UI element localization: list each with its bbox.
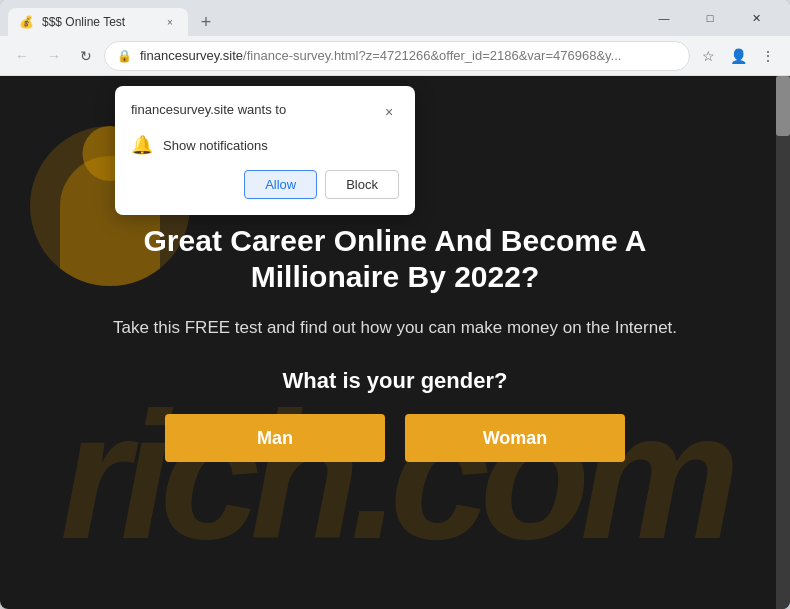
title-bar: 💰 $$$ Online Test × + — □ ✕ xyxy=(0,0,790,36)
gender-buttons: Man Woman xyxy=(75,414,715,462)
popup-header: financesurvey.site wants to × xyxy=(131,102,399,122)
man-button[interactable]: Man xyxy=(165,414,385,462)
page-content: rich.com Great Career Online And Become … xyxy=(0,76,790,609)
minimize-button[interactable]: — xyxy=(642,3,686,33)
address-path: /finance-survey.html?z=4721266&offer_id=… xyxy=(243,48,621,63)
browser-tab[interactable]: 💰 $$$ Online Test × xyxy=(8,8,188,36)
gender-question: What is your gender? xyxy=(75,368,715,394)
address-text: financesurvey.site/finance-survey.html?z… xyxy=(140,48,677,63)
lock-icon: 🔒 xyxy=(117,49,132,63)
bookmark-button[interactable]: ☆ xyxy=(694,42,722,70)
tab-strip: 💰 $$$ Online Test × + xyxy=(8,0,642,36)
main-content: Great Career Online And Become A Million… xyxy=(15,203,775,483)
tab-title: $$$ Online Test xyxy=(42,15,154,29)
tab-close-button[interactable]: × xyxy=(162,14,178,30)
notification-label: Show notifications xyxy=(163,138,268,153)
block-button[interactable]: Block xyxy=(325,170,399,199)
maximize-button[interactable]: □ xyxy=(688,3,732,33)
new-tab-button[interactable]: + xyxy=(192,8,220,36)
back-button[interactable]: ← xyxy=(8,42,36,70)
sub-text: Take this FREE test and find out how you… xyxy=(75,315,715,341)
popup-close-button[interactable]: × xyxy=(379,102,399,122)
address-domain: financesurvey.site xyxy=(140,48,243,63)
forward-button[interactable]: → xyxy=(40,42,68,70)
allow-button[interactable]: Allow xyxy=(244,170,317,199)
tab-favicon: 💰 xyxy=(18,14,34,30)
window-controls: — □ ✕ xyxy=(642,3,782,33)
menu-button[interactable]: ⋮ xyxy=(754,42,782,70)
address-bar[interactable]: 🔒 financesurvey.site/finance-survey.html… xyxy=(104,41,690,71)
nav-bar: ← → ↻ 🔒 financesurvey.site/finance-surve… xyxy=(0,36,790,76)
profile-button[interactable]: 👤 xyxy=(724,42,752,70)
notification-row: 🔔 Show notifications xyxy=(131,134,399,156)
scrollbar-thumb[interactable] xyxy=(776,76,790,136)
notification-popup: financesurvey.site wants to × 🔔 Show not… xyxy=(115,86,415,215)
main-headline: Great Career Online And Become A Million… xyxy=(75,223,715,295)
woman-button[interactable]: Woman xyxy=(405,414,625,462)
scrollbar-track xyxy=(776,76,790,609)
browser-window: 💰 $$$ Online Test × + — □ ✕ ← → ↻ 🔒 fina… xyxy=(0,0,790,609)
bell-icon: 🔔 xyxy=(131,134,153,156)
popup-buttons: Allow Block xyxy=(131,170,399,199)
close-button[interactable]: ✕ xyxy=(734,3,778,33)
nav-extras: ☆ 👤 ⋮ xyxy=(694,42,782,70)
popup-title: financesurvey.site wants to xyxy=(131,102,286,117)
refresh-button[interactable]: ↻ xyxy=(72,42,100,70)
